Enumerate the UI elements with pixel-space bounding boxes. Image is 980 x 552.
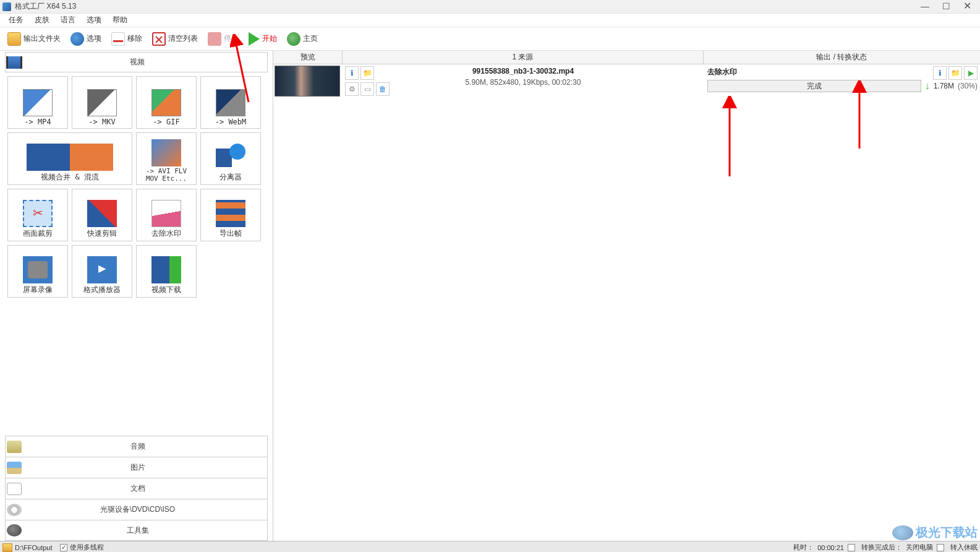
minimize-button[interactable]: — — [914, 1, 935, 13]
sidebar-bottom-sections: 音频 图片 文档 光驱设备\DVD\CD\ISO 工具集 — [0, 436, 273, 541]
audio-section[interactable]: 音频 — [5, 436, 268, 457]
sb-elapsed-label: 耗时： — [793, 543, 814, 552]
homepage-button[interactable]: 主页 — [282, 29, 323, 49]
progress-text: 完成 — [807, 81, 822, 92]
video-section-header[interactable]: 视频 — [5, 52, 268, 72]
open-folder-icon[interactable]: 📁 — [360, 66, 374, 80]
watermark-logo-icon — [892, 525, 913, 540]
document-icon — [7, 483, 22, 495]
tile-frames-label: 导出帧 — [202, 228, 259, 239]
start-label: 开始 — [262, 33, 277, 44]
avi-icon — [151, 139, 181, 166]
tools-section[interactable]: 工具集 — [5, 520, 268, 541]
video-icon — [6, 56, 22, 69]
tile-crop-label: 画面裁剪 — [9, 228, 66, 239]
clear-label: 清空列表 — [168, 33, 198, 44]
tools-label: 工具集 — [23, 525, 267, 536]
tile-player-label: 格式播放器 — [74, 285, 130, 295]
column-headers: 预览 1 来源 输出 / 转换状态 — [273, 51, 980, 64]
video-grid: -> MP4 -> MKV -> GIF -> WebM 视频合并 & 混流 -… — [0, 74, 273, 300]
source-mini-row2: ⚙ ▭ 🗑 — [345, 82, 390, 96]
tile-gif[interactable]: -> GIF — [136, 76, 197, 129]
sb-after-checkbox[interactable] — [848, 544, 855, 551]
output-folder-icon[interactable]: 📁 — [948, 66, 962, 80]
output-play-icon[interactable]: ▶ — [964, 66, 978, 80]
tile-crop[interactable]: 画面裁剪 — [7, 189, 68, 241]
sb-shutdown-label: 关闭电脑 — [906, 543, 933, 552]
merge-icon — [27, 144, 113, 171]
range-icon[interactable]: ▭ — [360, 82, 374, 96]
col-preview[interactable]: 预览 — [273, 51, 343, 64]
tile-frames[interactable]: 导出帧 — [200, 189, 261, 241]
sb-output-path[interactable]: D:\FFOutput — [15, 544, 53, 551]
col-status[interactable]: 输出 / 转换状态 — [704, 51, 980, 64]
tile-player[interactable]: 格式播放器 — [72, 245, 132, 298]
start-icon — [249, 32, 260, 46]
start-button[interactable]: 开始 — [244, 29, 282, 49]
tile-mkv[interactable]: -> MKV — [72, 76, 132, 129]
tile-avi[interactable]: -> AVI FLV MOV Etc... — [136, 132, 197, 185]
options-label: 选项 — [87, 33, 101, 44]
tile-download-label: 视频下载 — [138, 285, 195, 295]
download-icon — [151, 256, 181, 283]
document-section[interactable]: 文档 — [5, 478, 268, 499]
mkv-icon — [87, 89, 117, 116]
options-button[interactable]: 选项 — [66, 29, 106, 49]
clear-list-button[interactable]: 清空列表 — [147, 29, 203, 49]
quick-icon — [87, 200, 117, 227]
picture-label: 图片 — [23, 462, 267, 473]
settings-icon[interactable]: ⚙ — [345, 82, 359, 96]
folder-icon — [7, 32, 21, 46]
source-cell: ℹ 📁 ⚙ ▭ 🗑 991558388_nb3-1-30032.mp4 5.90… — [343, 64, 704, 99]
sb-sleep-checkbox[interactable] — [937, 544, 944, 551]
sb-right: 耗时： 00:00:21 转换完成后： 关闭电脑 转入休眠 — [793, 543, 978, 552]
tile-webm[interactable]: -> WebM — [200, 76, 261, 129]
tile-mp4-label: -> MP4 — [9, 118, 66, 126]
sb-folder-icon[interactable] — [2, 543, 12, 552]
stop-button[interactable]: 停止 — [203, 29, 244, 49]
site-watermark: 极光下载站 — [892, 524, 978, 541]
close-button[interactable]: ✕ — [957, 1, 978, 13]
home-icon — [287, 32, 300, 46]
sb-elapsed-value: 00:00:21 — [817, 544, 844, 551]
sb-multithread-checkbox[interactable]: ✓ — [60, 544, 67, 551]
tile-watermark[interactable]: 去除水印 — [136, 189, 197, 241]
sb-after-label: 转换完成后： — [861, 543, 902, 552]
sb-sleep-label: 转入休眠 — [950, 543, 978, 552]
watermark-text: 极光下载站 — [916, 524, 978, 541]
titlebar: 格式工厂 X64 5.13 — ☐ ✕ — [0, 0, 980, 14]
output-info-icon[interactable]: ℹ — [933, 66, 947, 80]
picture-icon — [7, 462, 22, 474]
tile-gif-label: -> GIF — [138, 118, 195, 126]
preview-cell — [273, 64, 343, 99]
progress-row: 完成 ↓ 1.78M (30%) — [707, 80, 978, 92]
tile-record[interactable]: 屏幕录像 — [7, 245, 68, 298]
tile-quick-cut[interactable]: 快速剪辑 — [72, 189, 132, 241]
file-name: 991558388_nb3-1-30032.mp4 — [472, 67, 574, 75]
tile-watermark-label: 去除水印 — [138, 228, 195, 239]
tile-download[interactable]: 视频下载 — [136, 245, 197, 298]
menu-language[interactable]: 语言 — [56, 14, 80, 27]
remove-label: 移除 — [127, 33, 142, 44]
remove-button[interactable]: 移除 — [106, 29, 147, 49]
col-source[interactable]: 1 来源 — [343, 51, 704, 64]
output-folder-button[interactable]: 输出文件夹 — [2, 29, 66, 49]
menu-skin[interactable]: 皮肤 — [30, 14, 54, 27]
maximize-button[interactable]: ☐ — [935, 1, 957, 13]
task-row[interactable]: ℹ 📁 ⚙ ▭ 🗑 991558388_nb3-1-30032.mp4 5.90… — [273, 64, 980, 99]
video-thumbnail[interactable] — [275, 66, 340, 97]
tile-splitter[interactable]: 分离器 — [200, 132, 261, 185]
info-icon[interactable]: ℹ — [345, 66, 359, 80]
tile-merge[interactable]: 视频合并 & 混流 — [7, 132, 132, 185]
status-cell: ℹ 📁 ▶ 去除水印 完成 ↓ 1.78M (30%) — [704, 64, 980, 99]
delete-icon[interactable]: 🗑 — [376, 82, 390, 96]
picture-section[interactable]: 图片 — [5, 457, 268, 478]
output-size: 1.78M — [934, 82, 954, 90]
tile-mp4[interactable]: -> MP4 — [7, 76, 68, 129]
menu-task[interactable]: 任务 — [4, 14, 28, 27]
menu-help[interactable]: 帮助 — [108, 14, 132, 27]
player-icon — [87, 256, 117, 283]
split-icon — [216, 144, 245, 171]
menu-options[interactable]: 选项 — [82, 14, 106, 27]
disc-section[interactable]: 光驱设备\DVD\CD\ISO — [5, 499, 268, 520]
